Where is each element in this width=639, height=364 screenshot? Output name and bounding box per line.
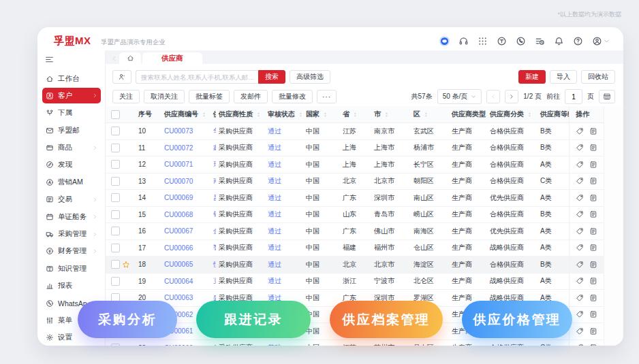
sort-icon[interactable] [352,111,358,118]
table-row[interactable]: 18 CU00065 恒瑞基业制造有限... 采购供应商 通过 中国 北京 北京… [106,257,604,274]
sidebar-item-fumeng-mail[interactable]: 孚盟邮 [42,122,101,138]
tag-icon[interactable] [576,177,584,185]
tag-icon[interactable] [576,144,584,152]
tag-icon[interactable] [576,244,584,252]
home-tab[interactable] [119,52,141,64]
row-checkbox[interactable] [111,193,120,202]
sort-icon[interactable] [298,111,303,118]
bulk-button-2[interactable]: 批量标签 [189,90,230,103]
detail-icon[interactable] [589,210,597,218]
star-icon[interactable] [122,261,130,269]
tag-icon[interactable] [576,294,584,302]
supplier-name-link[interactable]: 瑞昌盛业制造公司 [211,160,216,169]
tag-icon[interactable] [576,161,584,169]
new-button[interactable]: 新建 [518,70,546,84]
sidebar-item-finance[interactable]: 财务管理 [42,244,101,259]
table-row[interactable]: 12 CU00071 瑞昌盛业制造公司 采购供应商 通过 中国 上海 上海市 长… [106,156,604,173]
purchase-analysis-pill[interactable]: 采购分析 [78,301,177,338]
detail-icon[interactable] [589,194,597,202]
table-row[interactable]: 11 CU00072 鑫源宏图实业集团 采购供应商 通过 中国 上海 上海市 杨… [106,140,604,157]
detail-icon[interactable] [589,161,597,169]
sidebar-item-discover[interactable]: 发现 [42,157,101,173]
bulk-more-button[interactable]: ··· [317,90,337,103]
column-header[interactable]: 市 [371,110,411,119]
detail-icon[interactable] [589,244,597,252]
column-header[interactable]: 区 [411,110,449,119]
supplier-code-link[interactable]: CU00073 [161,127,211,135]
row-checkbox[interactable] [111,227,120,235]
bulk-button-3[interactable]: 发邮件 [234,90,268,103]
table-row[interactable]: 14 CU00069 昌隆科技实业发展... 采购供应商 通过 中国 广东 深圳… [106,190,604,207]
table-row[interactable]: 10 CU00073 华峰创新实业有限... 采购供应商 通过 中国 江苏 南京… [106,123,604,140]
sort-icon[interactable] [423,111,429,118]
user-avatar-icon[interactable] [592,35,610,47]
sidebar-collapse-icon[interactable] [42,52,101,71]
column-header[interactable]: 供应商编号 [161,110,211,119]
supply-price-management-pill[interactable]: 供应价格管理 [462,301,572,338]
supplier-name-link[interactable]: 华峰创新实业有限... [211,127,216,136]
supplier-name-link[interactable]: 南京鑫三科技有限... [211,176,216,186]
table-row[interactable]: 15 CU00068 锦程实业股份公司 采购供应商 通过 中国 山东 青岛市 崂… [106,207,604,224]
sidebar-item-workbench[interactable]: 工作台 [42,71,101,86]
recycle-bin-button[interactable]: 回收站 [581,70,615,84]
supplier-code-link[interactable]: CU00060 [161,344,211,346]
column-header[interactable]: 供应商分类 [487,110,537,119]
tag-icon[interactable] [576,127,584,135]
detail-icon[interactable] [589,294,597,302]
supplier-name-link[interactable]: 锦程实业股份公司 [211,210,216,219]
detail-icon[interactable] [589,344,597,346]
detail-icon[interactable] [589,127,597,135]
supplier-code-link[interactable]: CU00064 [161,278,211,285]
column-header[interactable]: 供应商类型 [449,110,487,119]
row-checkbox[interactable] [111,244,120,252]
column-header[interactable]: 省 [340,110,371,119]
supplier-code-link[interactable]: CU00068 [161,211,211,218]
detail-icon[interactable] [589,261,597,269]
sort-icon[interactable] [255,111,262,118]
supplier-name-link[interactable]: 克里斯有限公司 [211,276,216,286]
tag-icon[interactable] [576,327,584,335]
sidebar-item-trade[interactable]: 交易 [42,192,101,208]
supplier-code-link[interactable]: CU00067 [161,227,211,235]
supplier-code-link[interactable]: CU00072 [161,144,211,152]
row-checkbox[interactable] [111,127,120,135]
advanced-filter-button[interactable]: 高级筛选 [290,70,330,84]
sidebar-item-procurement[interactable]: 采购管理 [42,227,101,242]
tag-icon[interactable] [576,310,584,318]
assistant-avatar-icon[interactable] [439,36,450,46]
goto-page-input[interactable] [565,89,582,104]
sidebar-item-customers[interactable]: 客户 [42,88,101,103]
follow-up-records-pill[interactable]: 跟进记录 [196,301,311,338]
column-settings-button[interactable] [599,90,615,103]
detail-icon[interactable] [589,327,597,335]
supplier-code-link[interactable]: CU00071 [161,161,211,168]
row-checkbox[interactable] [111,277,120,286]
tab-back-button[interactable] [108,53,119,64]
supplier-code-link[interactable]: CU00069 [161,194,211,201]
tab-suppliers[interactable]: 供应商 [142,52,202,64]
sort-icon[interactable] [322,111,328,118]
tag-icon[interactable] [576,227,584,235]
detail-icon[interactable] [589,277,597,285]
table-row[interactable]: 17 CU00066 智恒基业科技实业 采购供应商 通过 中国 福建 福州市 仓… [106,240,604,257]
whatsapp-icon[interactable] [516,36,526,46]
sort-icon[interactable] [384,111,390,118]
table-row[interactable]: 23 CU00060 鑫源卓越制造有限 采购供应商 草稿 中国 江苏 苏州市 吴… [106,340,604,346]
tag-icon[interactable] [576,344,584,346]
sidebar-item-reports[interactable]: 报表 [42,278,101,294]
column-header[interactable]: 审核状态 [265,110,303,119]
contact-filter-button[interactable] [112,70,131,84]
column-header[interactable]: 国家 [303,110,340,119]
tag-icon[interactable] [576,210,584,218]
supplier-name-link[interactable]: 金泰翔宇实业集团 [211,227,216,236]
table-scrollbar[interactable] [604,106,623,346]
detail-icon[interactable] [589,177,597,185]
supplier-code-link[interactable]: CU00065 [161,261,211,268]
apps-grid-icon[interactable] [478,36,488,46]
sort-icon[interactable] [201,111,207,118]
sidebar-item-subordinates[interactable]: 下属 [42,105,101,121]
bulk-button-4[interactable]: 批量修改 [272,90,313,103]
search-input[interactable] [136,70,258,84]
supplier-name-link[interactable]: 鑫源卓越制造有限 [211,343,216,346]
notification-bell-icon[interactable] [554,36,564,46]
